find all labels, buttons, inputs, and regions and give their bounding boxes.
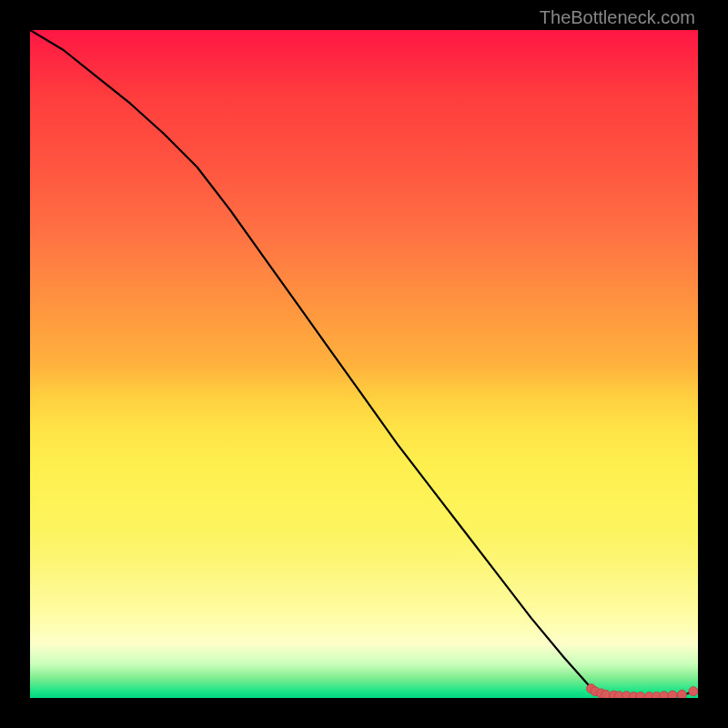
data-point xyxy=(689,687,698,696)
chart-plot-area xyxy=(30,30,698,698)
chart-svg xyxy=(30,30,698,698)
data-point xyxy=(660,692,669,698)
data-point xyxy=(636,693,645,699)
data-point xyxy=(677,690,686,698)
data-point xyxy=(630,693,639,699)
data-point xyxy=(587,684,596,693)
data-point xyxy=(652,693,662,699)
data-point xyxy=(644,693,653,699)
bottleneck-curve-line xyxy=(30,30,698,697)
data-point xyxy=(591,687,600,696)
data-points-group xyxy=(587,684,698,698)
data-point xyxy=(622,692,632,698)
data-point xyxy=(668,691,677,698)
data-point xyxy=(602,690,611,698)
data-point xyxy=(610,691,619,698)
watermark-text: TheBottleneck.com xyxy=(540,7,695,28)
data-point xyxy=(597,689,606,698)
data-point xyxy=(614,692,623,698)
